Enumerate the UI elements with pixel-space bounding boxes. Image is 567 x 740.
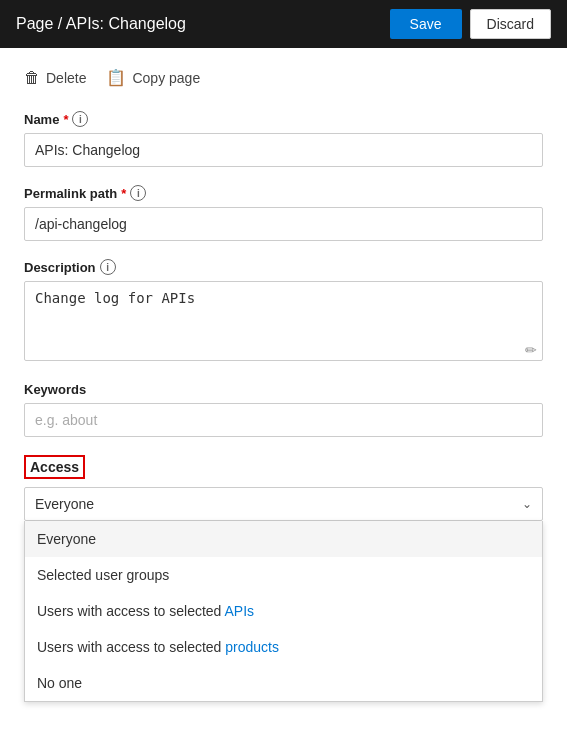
access-dropdown[interactable]: Everyone ⌄	[24, 487, 543, 521]
chevron-down-icon: ⌄	[522, 497, 532, 511]
copy-page-button[interactable]: 📋 Copy page	[106, 68, 200, 87]
toolbar: 🗑 Delete 📋 Copy page	[24, 68, 543, 87]
content-area: 🗑 Delete 📋 Copy page Name * i Permalink …	[0, 48, 567, 559]
copy-icon: 📋	[106, 68, 126, 87]
copy-page-label: Copy page	[132, 70, 200, 86]
permalink-label: Permalink path * i	[24, 185, 543, 201]
save-button[interactable]: Save	[390, 9, 462, 39]
access-option-no-one[interactable]: No one	[25, 665, 542, 701]
access-option-selected-products[interactable]: Users with access to selected products	[25, 629, 542, 665]
access-label: Access	[24, 455, 85, 479]
page-title: Page / APIs: Changelog	[16, 15, 186, 33]
permalink-required: *	[121, 186, 126, 201]
description-wrapper: Change log for APIs ✏	[24, 281, 543, 364]
access-dropdown-wrapper: Everyone ⌄ Everyone Selected user groups…	[24, 487, 543, 521]
access-field-group: Access Everyone ⌄ Everyone Selected user…	[24, 455, 543, 521]
description-label: Description i	[24, 259, 543, 275]
delete-icon: 🗑	[24, 69, 40, 87]
header: Page / APIs: Changelog Save Discard	[0, 0, 567, 48]
delete-button[interactable]: 🗑 Delete	[24, 69, 86, 87]
access-selected-value: Everyone	[35, 496, 94, 512]
name-label: Name * i	[24, 111, 543, 127]
edit-icon: ✏	[525, 342, 537, 358]
permalink-field-group: Permalink path * i	[24, 185, 543, 241]
description-field-group: Description i Change log for APIs ✏	[24, 259, 543, 364]
access-option-selected-apis[interactable]: Users with access to selected APIs	[25, 593, 542, 629]
name-info-icon[interactable]: i	[72, 111, 88, 127]
description-info-icon[interactable]: i	[100, 259, 116, 275]
keywords-label: Keywords	[24, 382, 543, 397]
access-option-everyone[interactable]: Everyone	[25, 521, 542, 557]
discard-button[interactable]: Discard	[470, 9, 551, 39]
keywords-input[interactable]	[24, 403, 543, 437]
access-dropdown-options: Everyone Selected user groups Users with…	[24, 521, 543, 702]
name-field-group: Name * i	[24, 111, 543, 167]
description-textarea[interactable]: Change log for APIs	[24, 281, 543, 361]
delete-label: Delete	[46, 70, 86, 86]
name-required: *	[63, 112, 68, 127]
permalink-info-icon[interactable]: i	[130, 185, 146, 201]
permalink-input[interactable]	[24, 207, 543, 241]
header-actions: Save Discard	[390, 9, 551, 39]
access-option-selected-groups[interactable]: Selected user groups	[25, 557, 542, 593]
keywords-field-group: Keywords	[24, 382, 543, 437]
name-input[interactable]	[24, 133, 543, 167]
